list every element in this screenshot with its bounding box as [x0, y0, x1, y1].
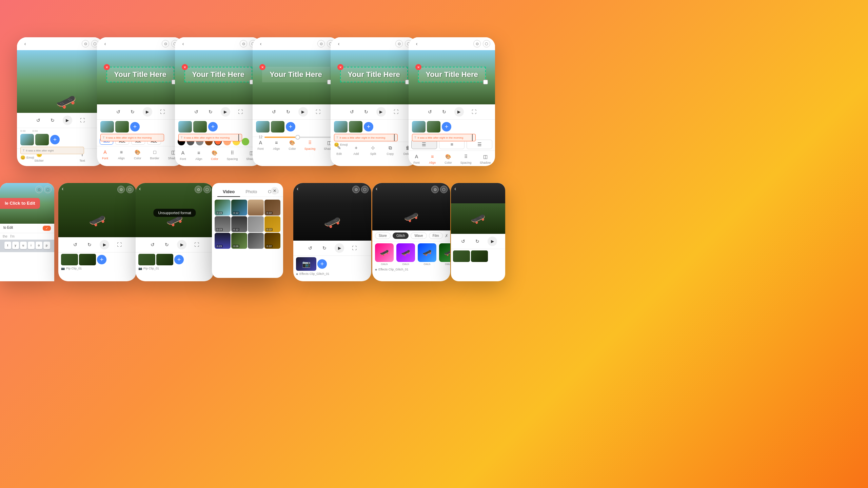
back-arrow-8[interactable]: ‹ [62, 186, 63, 192]
swatch-green[interactable] [242, 138, 249, 145]
undo-btn[interactable]: ↺ [192, 108, 200, 116]
key-o[interactable]: o [36, 242, 42, 249]
undo-btn[interactable]: ↺ [348, 108, 356, 116]
track-thumb-1[interactable] [334, 121, 348, 133]
settings-icon[interactable]: ⊙ [431, 186, 439, 193]
dialog-close-btn[interactable]: ✕ [271, 187, 278, 195]
toolbar-spacing[interactable]: ⠿ Spacing [460, 153, 472, 164]
save-icon[interactable]: ⬡ [361, 186, 369, 193]
title-overlay[interactable]: ✕ Your Title Here [106, 67, 174, 82]
track-thumb-2[interactable] [427, 121, 440, 133]
add-btn-10[interactable]: + [317, 259, 327, 269]
settings-icon[interactable]: ⊙ [117, 186, 125, 193]
tab-photo[interactable]: Photo [240, 187, 262, 197]
title-overlay[interactable]: ✕ Your Title Here [262, 67, 330, 82]
title-close-btn[interactable]: ✕ [182, 64, 188, 70]
settings-icon[interactable]: ⊙ [395, 40, 403, 47]
effect-item-1[interactable]: 🛹 Glitch [375, 243, 394, 266]
back-arrow-9[interactable]: ‹ [139, 186, 141, 192]
media-item-10[interactable]: 0:06 [231, 233, 247, 249]
fullscreen-btn[interactable]: ⛶ [78, 116, 86, 124]
undo-btn[interactable]: ↺ [426, 108, 434, 116]
media-item-2[interactable]: 0:12 [231, 200, 247, 216]
media-item-6[interactable]: 0:12 [231, 216, 247, 232]
save-icon[interactable]: ⬡ [44, 186, 52, 193]
play-btn[interactable]: ▶ [454, 107, 464, 117]
toolbar-spacing[interactable]: ⠿ Spacing [227, 149, 238, 161]
text-track-selected[interactable]: T It was a little after eight in the mor… [100, 134, 164, 141]
toolbar-shadow[interactable]: ◫ Shadow [480, 153, 491, 164]
fullscreen-btn[interactable]: ⛶ [350, 244, 358, 252]
toolbar-color[interactable]: 🎨 Color [134, 148, 141, 160]
undo-btn[interactable]: ↺ [306, 244, 314, 252]
play-btn[interactable]: ▶ [376, 107, 386, 117]
track-thumb-1[interactable] [100, 121, 114, 133]
settings-icon[interactable]: ⊙ [473, 40, 481, 47]
settings-icon[interactable]: ⊙ [240, 40, 247, 47]
toolbar-font[interactable]: A Font [413, 153, 420, 164]
play-btn[interactable]: ▶ [488, 237, 497, 246]
add-clip-btn[interactable]: + [364, 122, 373, 131]
redo-btn[interactable]: ↻ [440, 108, 448, 116]
add-btn-9[interactable]: + [174, 255, 184, 264]
back-arrow-11[interactable]: ‹ [376, 186, 377, 192]
undo-btn[interactable]: ↺ [149, 241, 157, 249]
undo-btn[interactable]: ↺ [459, 237, 467, 245]
text-track-selected[interactable]: T It was a little after eight in the mor… [178, 134, 242, 141]
back-arrow[interactable]: ‹ [102, 40, 108, 47]
text-track-selected[interactable]: T It was a little after eight in the mor… [334, 134, 398, 141]
key-y[interactable]: y [12, 242, 19, 249]
redo-btn[interactable]: ↻ [206, 108, 215, 116]
redo-btn[interactable]: ↻ [320, 244, 329, 252]
toolbar-color[interactable]: 🎨 Color [445, 153, 452, 164]
text-track-selected[interactable]: T It was a little after eight in the mor… [412, 134, 476, 141]
play-btn[interactable]: ▶ [177, 240, 186, 249]
play-btn[interactable]: ▶ [143, 107, 152, 117]
track-thumb-2[interactable] [349, 121, 362, 133]
add-clip-btn[interactable]: + [442, 122, 451, 131]
confirm-btn[interactable]: ✓ [43, 226, 51, 231]
effect-glitch-btn[interactable]: Glitch [393, 232, 409, 239]
save-icon[interactable]: ⬡ [483, 40, 490, 47]
undo-btn[interactable]: ↺ [270, 108, 278, 116]
add-clip-btn[interactable]: + [50, 135, 60, 144]
media-item-5[interactable]: 0:23 [215, 216, 231, 232]
title-close-btn[interactable]: ✕ [337, 64, 343, 70]
media-item-8[interactable]: 0:22 [264, 216, 280, 232]
back-arrow[interactable]: ‹ [22, 40, 28, 47]
media-item-12[interactable]: 0:22 [264, 233, 280, 249]
add-clip-btn[interactable]: + [286, 122, 295, 131]
title-resize-handle[interactable] [483, 80, 488, 84]
effect-item-2[interactable]: 🛹 Glitch [396, 243, 415, 266]
undo-btn[interactable]: ↺ [114, 108, 122, 116]
track-thumb-2[interactable] [35, 134, 49, 145]
text-track[interactable]: T It was a little after eight [20, 147, 84, 154]
back-arrow[interactable]: ‹ [257, 40, 264, 47]
track-thumb-1[interactable] [412, 121, 426, 133]
media-item-9[interactable]: 0:23 [215, 233, 231, 249]
add-clip-btn[interactable]: + [208, 122, 218, 131]
track-thumb-1[interactable] [178, 121, 192, 133]
fullscreen-btn[interactable]: ⛶ [392, 108, 400, 116]
fullscreen-btn[interactable]: ⛶ [314, 108, 322, 116]
media-item-7[interactable] [248, 216, 264, 232]
redo-btn[interactable]: ↻ [163, 241, 171, 249]
redo-btn[interactable]: ↻ [129, 108, 137, 116]
settings-icon[interactable]: ⊙ [82, 40, 89, 47]
key-p[interactable]: p [43, 242, 50, 249]
title-overlay[interactable]: ✕ Your Title Here [340, 67, 408, 82]
redo-btn[interactable]: ↻ [85, 241, 94, 249]
toolbar-align[interactable]: ≡ Align [429, 153, 436, 164]
play-btn[interactable]: ▶ [63, 116, 72, 125]
fullscreen-btn[interactable]: ⛶ [470, 108, 478, 116]
media-item-3[interactable] [248, 200, 264, 216]
save-icon[interactable]: ⬡ [440, 186, 448, 193]
add-clip-btn[interactable]: + [130, 122, 140, 131]
undo-btn[interactable]: ↺ [71, 241, 79, 249]
fullscreen-btn[interactable]: ⛶ [158, 108, 166, 116]
tab-video[interactable]: Video [217, 187, 240, 197]
fullscreen-btn[interactable]: ⛶ [236, 108, 244, 116]
add-btn-8[interactable]: + [97, 255, 106, 264]
track-thumb-2[interactable] [115, 121, 129, 133]
fullscreen-btn[interactable]: ⛶ [193, 241, 201, 249]
